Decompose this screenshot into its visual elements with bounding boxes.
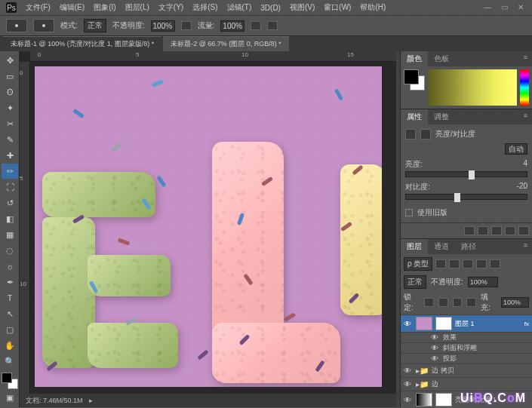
tab-properties[interactable]: 属性 [401, 109, 428, 124]
reset-icon[interactable] [491, 226, 502, 235]
menu-help[interactable]: 帮助(H) [360, 2, 386, 13]
mask-icon[interactable] [420, 129, 431, 140]
pressure-size-icon[interactable] [267, 21, 278, 30]
menu-type[interactable]: 文字(Y) [158, 2, 183, 13]
menu-filter[interactable]: 滤镜(T) [227, 2, 252, 13]
minimize-button[interactable]: — [482, 2, 493, 12]
menu-3d[interactable]: 3D(D) [260, 4, 281, 12]
tab-color[interactable]: 颜色 [401, 51, 428, 66]
tool-preset-icon[interactable] [6, 19, 27, 32]
lock-pos-icon[interactable] [453, 298, 463, 307]
brightness-value[interactable]: 4 [523, 159, 527, 170]
lock-trans-icon[interactable] [424, 298, 434, 307]
layer-blend-select[interactable]: 正常 [404, 275, 426, 289]
layer-name[interactable]: 图层 1 [455, 319, 475, 329]
crop-tool-icon[interactable]: ✂ [2, 116, 18, 131]
doc-tab-1[interactable]: 未标题-1 @ 100% (亮度/对比度 1, 图层蒙版/8) * [3, 36, 161, 51]
panel-menu-icon[interactable]: ≡ [519, 109, 532, 124]
quickmask-icon[interactable]: ▣ [2, 390, 18, 405]
layer-name[interactable]: 边 [432, 379, 438, 389]
lasso-tool-icon[interactable]: ʘ [2, 84, 18, 100]
hue-strip[interactable] [520, 69, 529, 106]
blend-mode-select[interactable]: 正常 [84, 19, 106, 32]
panel-menu-icon[interactable]: ≡ [519, 239, 532, 254]
panel-menu-icon[interactable]: ≡ [519, 51, 532, 66]
doc-tab-2[interactable]: 未标题-2 @ 66.7% (图层 0, RGB/8) * [163, 36, 289, 51]
layer-row[interactable]: 👁 ▸📁 边 拷贝 [401, 364, 532, 377]
filter-type-icon[interactable] [463, 259, 473, 268]
tab-swatches[interactable]: 色板 [428, 51, 455, 66]
menu-layer[interactable]: 图层(L) [125, 2, 149, 13]
move-tool-icon[interactable]: ✥ [2, 53, 18, 68]
brush-tool-icon[interactable]: ✏ [2, 164, 18, 179]
status-arrow-icon[interactable]: ▸ [89, 397, 93, 404]
trash-icon[interactable] [518, 226, 529, 235]
menu-edit[interactable]: 编辑(E) [60, 2, 85, 13]
brush-preset-icon[interactable] [33, 19, 54, 32]
filter-pixel-icon[interactable] [435, 259, 446, 268]
fg-color-icon[interactable] [2, 373, 12, 383]
dodge-tool-icon[interactable]: ☼ [2, 259, 18, 274]
lock-pixel-icon[interactable] [438, 298, 448, 307]
visibility-toggle-icon[interactable]: 👁 [404, 380, 413, 388]
effect-shadow[interactable]: 👁投影 [401, 353, 532, 364]
pressure-opacity-icon[interactable] [181, 21, 192, 30]
color-swatch-set[interactable] [404, 69, 425, 106]
marquee-tool-icon[interactable]: ▭ [2, 69, 18, 84]
visibility-toggle-icon[interactable]: 👁 [404, 367, 413, 375]
filter-shape-icon[interactable] [476, 259, 487, 268]
effect-bevel[interactable]: 👁斜面和浮雕 [401, 342, 532, 353]
layer-row[interactable]: 👁 图层 1 fx [401, 314, 532, 332]
zoom-tool-icon[interactable]: 🔍 [2, 354, 18, 369]
restore-button[interactable]: ▭ [499, 2, 509, 12]
menu-select[interactable]: 选择(S) [192, 2, 217, 13]
menu-view[interactable]: 视图(V) [290, 2, 315, 13]
layer-kind-filter[interactable]: ρ 类型 [404, 257, 432, 271]
clip-icon[interactable] [464, 226, 475, 235]
eraser-tool-icon[interactable]: ◧ [2, 211, 18, 226]
tab-channels[interactable]: 通道 [428, 239, 455, 254]
hand-tool-icon[interactable]: ✋ [2, 338, 18, 353]
color-swatches[interactable] [2, 373, 18, 389]
close-button[interactable]: ✕ [515, 2, 526, 12]
lock-all-icon[interactable] [466, 298, 476, 307]
layer-opacity-input[interactable]: 100% [468, 277, 498, 287]
contrast-value[interactable]: -20 [517, 182, 527, 192]
heal-tool-icon[interactable]: ✚ [2, 148, 18, 163]
menu-window[interactable]: 窗口(W) [324, 2, 351, 13]
visibility-toggle-icon[interactable]: 👁 [404, 320, 413, 328]
gradient-tool-icon[interactable]: ▦ [2, 227, 18, 242]
fg-color-swatch-icon[interactable] [404, 69, 419, 84]
auto-button[interactable]: 自动 [505, 143, 527, 155]
opacity-input[interactable]: 100% [151, 20, 175, 32]
fill-input[interactable]: 100% [501, 297, 529, 308]
airbrush-icon[interactable] [251, 21, 261, 30]
flow-input[interactable]: 100% [220, 20, 244, 32]
tab-layers[interactable]: 图层 [401, 239, 428, 254]
type-tool-icon[interactable]: T [2, 290, 18, 305]
contrast-slider[interactable] [405, 194, 527, 200]
brightness-slider[interactable] [405, 171, 527, 177]
visibility-icon[interactable] [505, 226, 515, 235]
history-brush-icon[interactable]: ↺ [2, 195, 18, 210]
filter-smart-icon[interactable] [490, 259, 500, 268]
eyedropper-tool-icon[interactable]: ✎ [2, 132, 18, 147]
wand-tool-icon[interactable]: ✦ [2, 100, 18, 115]
menu-file[interactable]: 文件(F) [26, 2, 51, 13]
stamp-tool-icon[interactable]: ⛶ [2, 179, 18, 195]
pen-tool-icon[interactable]: ✒ [2, 275, 18, 290]
document-canvas[interactable] [35, 66, 382, 387]
view-prev-icon[interactable] [478, 226, 488, 235]
menu-image[interactable]: 图象(I) [94, 2, 115, 13]
filter-adjust-icon[interactable] [449, 259, 460, 268]
shape-tool-icon[interactable]: ▢ [2, 322, 18, 337]
fx-badge[interactable]: fx [524, 321, 529, 327]
tab-paths[interactable]: 路径 [455, 239, 482, 254]
layer-row[interactable]: 👁 ▸📁 边 [401, 377, 532, 391]
path-tool-icon[interactable]: ↖ [2, 306, 18, 321]
legacy-checkbox[interactable] [405, 209, 413, 216]
color-ramp[interactable] [428, 69, 517, 106]
blur-tool-icon[interactable]: ◌ [2, 243, 18, 258]
effects-label[interactable]: 👁效果 [401, 332, 532, 342]
layer-name[interactable]: 边 拷贝 [432, 366, 454, 376]
